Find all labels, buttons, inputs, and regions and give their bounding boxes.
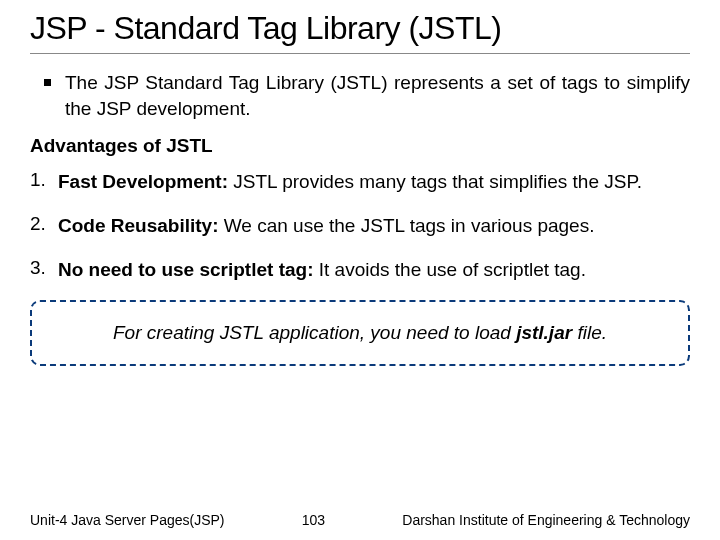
callout-prefix: For creating JSTL application, you need … [113, 322, 516, 343]
intro-text: The JSP Standard Tag Library (JSTL) repr… [65, 70, 690, 121]
intro-bullet: The JSP Standard Tag Library (JSTL) repr… [30, 70, 690, 121]
item-label: Fast Development: [58, 171, 228, 192]
slide-content: JSP - Standard Tag Library (JSTL) The JS… [0, 0, 720, 366]
item-number: 2. [30, 213, 58, 235]
item-body: No need to use scriptlet tag: It avoids … [58, 257, 690, 283]
square-bullet-icon [44, 79, 51, 86]
page-title: JSP - Standard Tag Library (JSTL) [30, 10, 690, 54]
footer-left: Unit-4 Java Server Pages(JSP) [30, 512, 225, 528]
item-text: We can use the JSTL tags in various page… [218, 215, 594, 236]
item-label: Code Reusability: [58, 215, 218, 236]
slide-footer: Unit-4 Java Server Pages(JSP) 103 Darsha… [0, 512, 720, 528]
item-text: It avoids the use of scriptlet tag. [313, 259, 585, 280]
item-text: JSTL provides many tags that simplifies … [228, 171, 642, 192]
item-number: 3. [30, 257, 58, 279]
item-body: Fast Development: JSTL provides many tag… [58, 169, 690, 195]
item-body: Code Reusability: We can use the JSTL ta… [58, 213, 690, 239]
callout-box: For creating JSTL application, you need … [30, 300, 690, 366]
callout-suffix: file. [572, 322, 607, 343]
list-item: 2. Code Reusability: We can use the JSTL… [30, 213, 690, 239]
footer-right: Darshan Institute of Engineering & Techn… [402, 512, 690, 528]
advantages-heading: Advantages of JSTL [30, 135, 690, 157]
list-item: 3. No need to use scriptlet tag: It avoi… [30, 257, 690, 283]
item-number: 1. [30, 169, 58, 191]
list-item: 1. Fast Development: JSTL provides many … [30, 169, 690, 195]
footer-page-number: 103 [302, 512, 325, 528]
item-label: No need to use scriptlet tag: [58, 259, 313, 280]
callout-bold: jstl.jar [516, 322, 572, 343]
